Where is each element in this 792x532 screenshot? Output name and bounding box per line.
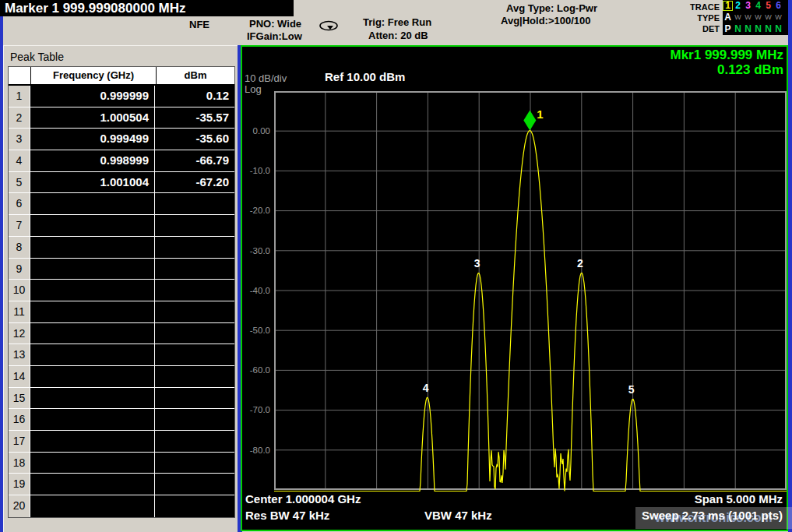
- sweep-label: Sweep 2.73 ms (1001 pts): [642, 509, 783, 522]
- peak-table-row-7[interactable]: 7: [9, 215, 234, 237]
- y-axis-label--60.0: -60.0: [245, 365, 270, 375]
- row-frequency: [30, 215, 155, 236]
- row-dbm: -35.57: [155, 107, 234, 129]
- row-number: 11: [9, 301, 30, 322]
- spectrum-plot[interactable]: 12345: [274, 91, 787, 493]
- y-axis-label--40.0: -40.0: [245, 286, 270, 295]
- row-dbm: -35.60: [155, 129, 234, 150]
- row-dbm: -66.79: [155, 150, 234, 171]
- trace-6-num-indicator[interactable]: 6: [773, 1, 783, 11]
- peak-table-row-14[interactable]: 14: [9, 366, 234, 388]
- row-frequency: 0.999999: [30, 86, 155, 107]
- row-dbm: [155, 453, 234, 474]
- row-number: 16: [9, 409, 30, 430]
- avg-hold-indicator: Avg|Hold:>100/100: [501, 15, 591, 26]
- trace-5-det-indicator[interactable]: N: [763, 24, 773, 34]
- ifgain-indicator: IFGain:Low: [247, 30, 302, 42]
- row-number: 5: [9, 172, 30, 193]
- y-axis-label--10.0: -10.0: [245, 166, 270, 175]
- peak-table-row-11[interactable]: 11: [9, 301, 234, 323]
- row-number: 18: [9, 453, 30, 474]
- trace-1-num-indicator[interactable]: 1: [723, 1, 733, 11]
- peak-table-row-6[interactable]: 6: [9, 193, 234, 215]
- continuous-sweep-icon[interactable]: [318, 20, 340, 35]
- row-dbm: [155, 366, 234, 387]
- header-row-number: [9, 67, 30, 84]
- row-frequency: [30, 431, 155, 452]
- peak-table-row-15[interactable]: 15: [9, 388, 234, 410]
- trace-2-num-indicator[interactable]: 2: [733, 1, 743, 11]
- trace-1-type-indicator[interactable]: A: [723, 12, 733, 23]
- trace-4-type-indicator[interactable]: W: [753, 12, 763, 23]
- peak-table-row-18[interactable]: 18: [9, 453, 234, 474]
- trace-2-det-indicator[interactable]: N: [733, 24, 743, 34]
- row-dbm: [155, 193, 234, 214]
- peak-table-row-2[interactable]: 21.000504-35.57: [9, 107, 234, 129]
- row-dbm: [155, 388, 234, 409]
- row-dbm: [155, 495, 234, 517]
- peak-table-row-10[interactable]: 10: [9, 280, 234, 301]
- trace-5-type-indicator[interactable]: W: [763, 12, 773, 23]
- marker-5-label[interactable]: 5: [628, 383, 635, 396]
- det-row-label: DET: [676, 24, 720, 33]
- peak-table-row-3[interactable]: 30.999499-35.60: [9, 129, 234, 150]
- row-frequency: 1.000504: [30, 107, 155, 129]
- row-dbm: [155, 344, 234, 365]
- marker-1-label[interactable]: 1: [537, 107, 543, 121]
- peak-table-row-12[interactable]: 12: [9, 323, 234, 345]
- marker-3-label[interactable]: 3: [474, 257, 480, 270]
- row-dbm: [155, 237, 234, 258]
- row-dbm: -67.20: [155, 172, 234, 193]
- trace-1-det-indicator[interactable]: P: [723, 24, 733, 34]
- peak-table-row-16[interactable]: 16: [9, 409, 234, 431]
- peak-table-row-17[interactable]: 17: [9, 431, 234, 453]
- row-number: 20: [9, 495, 30, 517]
- trace-6-det-indicator[interactable]: N: [773, 24, 783, 34]
- peak-table-body: 10.9999990.1221.000504-35.5730.999499-35…: [9, 86, 234, 517]
- trace-status-box: 123456 AWWWWW PNNNNN: [723, 0, 788, 35]
- row-number: 19: [9, 474, 30, 495]
- vbw-label: VBW 47 kHz: [424, 509, 492, 522]
- row-frequency: [30, 280, 155, 301]
- peak-table-row-8[interactable]: 8: [9, 237, 234, 259]
- trace-4-num-indicator[interactable]: 4: [753, 1, 763, 11]
- row-frequency: [30, 259, 155, 280]
- row-number: 1: [9, 86, 30, 107]
- row-number: 15: [9, 388, 30, 409]
- row-dbm: [155, 431, 234, 452]
- trace-6-type-indicator[interactable]: W: [773, 12, 783, 23]
- row-frequency: 0.998999: [30, 150, 155, 171]
- row-number: 3: [9, 129, 30, 150]
- spectrum-panel: Mkr1 999.999 MHz 0.123 dBm 10 dB/div Log…: [241, 45, 788, 531]
- peak-table-row-9[interactable]: 9: [9, 259, 234, 280]
- trace-4-det-indicator[interactable]: N: [753, 24, 763, 34]
- trace-2-type-indicator[interactable]: W: [733, 12, 743, 23]
- marker-2-label[interactable]: 2: [577, 257, 583, 270]
- row-dbm: [155, 474, 234, 495]
- peak-table-row-19[interactable]: 19: [9, 474, 234, 495]
- marker-4-label[interactable]: 4: [423, 382, 429, 394]
- peak-table-row-5[interactable]: 51.001004-67.20: [9, 172, 234, 194]
- row-number: 2: [9, 107, 30, 129]
- peak-table-row-20[interactable]: 20: [9, 495, 234, 517]
- analyzer-screen: Marker 1 999.999080000 MHz NFE PNO: Wide…: [0, 0, 792, 532]
- row-number: 6: [9, 193, 30, 214]
- peak-table-row-13[interactable]: 13: [9, 344, 234, 366]
- trace-5-num-indicator[interactable]: 5: [763, 1, 773, 11]
- trace-3-det-indicator[interactable]: N: [743, 24, 753, 34]
- row-number: 9: [9, 259, 30, 280]
- trace-3-num-indicator[interactable]: 3: [743, 1, 753, 11]
- row-frequency: [30, 323, 155, 344]
- frame-strip-right: [788, 0, 792, 532]
- row-dbm: [155, 301, 234, 322]
- row-frequency: [30, 409, 155, 430]
- peak-table-row-4[interactable]: 40.998999-66.79: [9, 150, 234, 172]
- trace-3-type-indicator[interactable]: W: [743, 12, 753, 23]
- res-bw-label: Res BW 47 kHz: [245, 509, 329, 522]
- peak-table-row-1[interactable]: 10.9999990.12: [9, 86, 234, 107]
- header-dbm: dBm: [157, 67, 234, 84]
- marker-1-diamond[interactable]: [523, 111, 536, 131]
- center-freq-label: Center 1.000004 GHz: [245, 492, 361, 506]
- peak-table-title: Peak Table: [10, 51, 64, 63]
- row-dbm: [155, 280, 234, 301]
